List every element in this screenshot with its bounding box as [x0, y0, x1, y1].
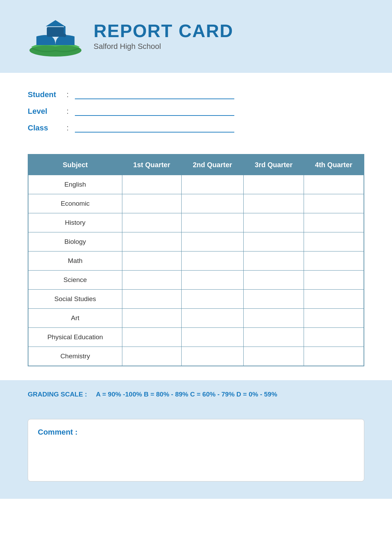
student-colon: : [67, 90, 69, 99]
q2-cell [181, 328, 244, 347]
table-row: Art [28, 309, 364, 328]
q2-cell [181, 232, 244, 251]
level-label: Level [28, 107, 62, 116]
col-q2: 2nd Quarter [181, 154, 244, 175]
table-row: Math [28, 251, 364, 271]
grades-table-section: Subject 1st Quarter 2nd Quarter 3rd Quar… [0, 151, 392, 377]
student-label: Student [28, 90, 62, 99]
q2-cell [181, 251, 244, 271]
class-colon: : [67, 123, 69, 133]
q1-cell [122, 328, 181, 347]
comment-section: Comment : [0, 409, 392, 499]
q3-cell [244, 347, 304, 366]
subject-cell: History [28, 213, 122, 232]
grading-section: GRADING SCALE : A = 90% -100% B = 80% - … [0, 380, 392, 409]
table-row: Social Studies [28, 290, 364, 309]
q2-cell [181, 347, 244, 366]
q3-cell [244, 251, 304, 271]
q1-cell [122, 309, 181, 328]
subject-cell: Economic [28, 194, 122, 213]
q3-cell [244, 271, 304, 290]
grading-label: GRADING SCALE : A = 90% -100% B = 80% - … [28, 391, 277, 398]
q3-cell [244, 175, 304, 194]
subject-cell: Biology [28, 232, 122, 251]
q1-cell [122, 194, 181, 213]
q4-cell [304, 347, 364, 366]
class-label: Class [28, 123, 62, 133]
subject-cell: English [28, 175, 122, 194]
header: REPORT CARD Salford High School [0, 0, 392, 73]
q3-cell [244, 309, 304, 328]
subject-cell: Physical Education [28, 328, 122, 347]
q4-cell [304, 251, 364, 271]
q4-cell [304, 328, 364, 347]
school-name: Salford High School [94, 42, 233, 51]
q3-cell [244, 290, 304, 309]
q1-cell [122, 251, 181, 271]
col-q4: 4th Quarter [304, 154, 364, 175]
col-q1: 1st Quarter [122, 154, 181, 175]
q1-cell [122, 213, 181, 232]
q4-cell [304, 175, 364, 194]
level-colon: : [67, 107, 69, 116]
table-row: Science [28, 271, 364, 290]
q2-cell [181, 194, 244, 213]
q4-cell [304, 194, 364, 213]
class-line [75, 132, 234, 133]
report-card-title: REPORT CARD [94, 22, 233, 40]
table-row: Biology [28, 232, 364, 251]
svg-marker-2 [46, 20, 65, 26]
q2-cell [181, 213, 244, 232]
student-row: Student : [28, 90, 364, 99]
subject-cell: Chemistry [28, 347, 122, 366]
table-row: English [28, 175, 364, 194]
q1-cell [122, 232, 181, 251]
level-row: Level : [28, 107, 364, 116]
q3-cell [244, 213, 304, 232]
header-text: REPORT CARD Salford High School [94, 22, 233, 51]
svg-rect-1 [47, 27, 64, 37]
info-section: Student : Level : Class : [0, 73, 392, 151]
q2-cell [181, 290, 244, 309]
col-q3: 3rd Quarter [244, 154, 304, 175]
q4-cell [304, 271, 364, 290]
grading-values: A = 90% -100% B = 80% - 89% C = 60% - 79… [96, 391, 277, 398]
grades-table: Subject 1st Quarter 2nd Quarter 3rd Quar… [28, 154, 364, 366]
q1-cell [122, 290, 181, 309]
table-header-row: Subject 1st Quarter 2nd Quarter 3rd Quar… [28, 154, 364, 175]
subject-cell: Art [28, 309, 122, 328]
table-row: History [28, 213, 364, 232]
subject-cell: Social Studies [28, 290, 122, 309]
school-logo [28, 14, 83, 59]
q3-cell [244, 328, 304, 347]
q1-cell [122, 271, 181, 290]
q3-cell [244, 232, 304, 251]
q1-cell [122, 175, 181, 194]
q4-cell [304, 213, 364, 232]
student-line [75, 99, 234, 99]
table-row: Economic [28, 194, 364, 213]
svg-rect-3 [64, 26, 66, 35]
table-row: Chemistry [28, 347, 364, 366]
q4-cell [304, 309, 364, 328]
comment-box: Comment : [28, 419, 364, 481]
svg-point-4 [63, 34, 66, 37]
q2-cell [181, 175, 244, 194]
q2-cell [181, 309, 244, 328]
q4-cell [304, 232, 364, 251]
subject-cell: Science [28, 271, 122, 290]
level-line [75, 115, 234, 116]
q1-cell [122, 347, 181, 366]
class-row: Class : [28, 123, 364, 133]
q2-cell [181, 271, 244, 290]
q4-cell [304, 290, 364, 309]
subject-cell: Math [28, 251, 122, 271]
col-subject: Subject [28, 154, 122, 175]
q3-cell [244, 194, 304, 213]
table-row: Physical Education [28, 328, 364, 347]
comment-label: Comment : [38, 428, 354, 437]
